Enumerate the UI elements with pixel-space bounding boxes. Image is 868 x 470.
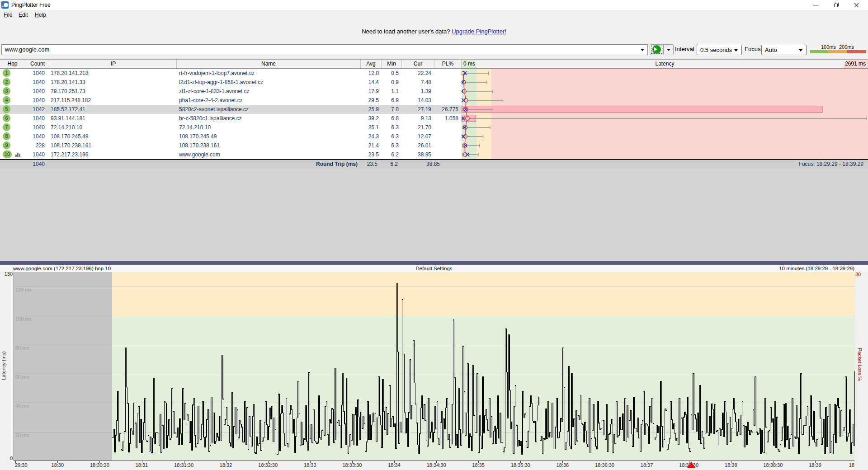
gridline-label: 60 ms [15,374,29,380]
focused-hop-chart-icon [15,152,21,157]
latency-minigraph [462,69,868,159]
time-label: 18:32:30 [258,462,278,468]
average-marker-icon [463,144,467,147]
trace-control-split-button [650,44,674,55]
gridline [14,316,855,316]
column-header-name[interactable]: Name [177,60,361,68]
time-label: 18:35:30 [511,462,530,468]
timeline-settings-label: Default Settings [344,265,524,272]
gridline-label: 20 ms [15,432,29,438]
time-label: 18:33 [304,462,316,468]
gridline [14,432,855,432]
restore-icon-front [834,4,838,7]
y-axis-max-label: 130 [0,271,13,277]
upgrade-banner: Need to load another user's data? Upgrad… [0,28,868,36]
gridline [14,287,855,287]
time-label: 18 [849,462,854,468]
play-triangle-icon [654,47,657,52]
focus-combobox[interactable]: Auto [761,45,807,55]
time-label: 18:31:30 [174,462,193,468]
time-axis: 29:3018:3018:30:3018:3118:31:3018:3218:3… [0,461,868,470]
hop-number-badge: 6 [3,114,10,122]
pane-splitter[interactable] [0,261,868,265]
gridline [14,345,855,345]
time-label: 18:30 [52,462,64,468]
empty-panel [0,169,868,261]
summary-count: 1040 [25,160,45,169]
latency-timeline-series [14,272,855,461]
round-trip-label: Round Trip (ms) [289,160,358,169]
trace-options-dropdown[interactable] [664,45,674,55]
focus-marker-icon[interactable] [687,461,695,468]
minimize-icon [813,5,818,5]
time-label: 18:34:30 [427,462,446,468]
target-address-value: www.google.com [5,46,49,53]
gridline-label: 100 ms [15,316,32,322]
average-marker-icon [466,117,469,120]
legend-200ms-label: 200ms [839,44,854,50]
window-title: PingPlotter Free [11,0,51,10]
gridline [14,374,855,374]
hop-number-badge: 2 [3,78,10,86]
focus-range-label: Focus: 18:29:29 - 18:39:29 [728,160,863,169]
y-axis-min-label: 0 [0,456,13,461]
interval-dropdown-icon [734,49,738,52]
target-address-combobox[interactable]: www.google.com [1,44,648,55]
restore-button[interactable] [826,0,846,10]
interval-label: Interval [675,46,694,52]
time-label: 18:30:30 [90,462,109,468]
interval-combobox[interactable]: 0.5 seconds [697,45,742,55]
address-dropdown-icon[interactable] [641,49,644,51]
summary-min: 6.2 [381,160,398,169]
column-header-avg[interactable]: Avg [361,60,382,68]
time-label: 18:36:30 [595,462,614,468]
legend-amber-swatch [828,50,847,53]
legend-green-swatch [810,50,828,53]
column-header-min[interactable]: Min [382,60,402,68]
upgrade-link[interactable]: Upgrade PingPlotter! [452,28,506,35]
column-header-ip[interactable]: IP [50,60,177,68]
packet-loss-bar [462,106,823,113]
gridline-label: 80 ms [15,345,29,351]
latency-step-line [112,284,855,454]
time-label: 18:39 [809,462,821,468]
gridline-label: 40 ms [15,403,29,409]
menu-help[interactable]: Help [32,10,49,20]
time-label: 18:35 [472,462,485,468]
timeline-header: www.google.com (172.217.23.196) hop 10 D… [0,265,868,272]
column-header-hop[interactable]: Hop [0,60,25,68]
timeline-plot[interactable]: 120 ms100 ms80 ms60 ms40 ms20 ms [14,272,854,461]
hop-number-badge: 3 [3,87,10,95]
title-bar: PingPlotter Free [0,0,868,10]
hop-number-badge: 8 [3,132,10,140]
summary-avg: 23.5 [359,160,377,169]
menu-bar: File Edit Help [0,10,868,20]
latency-column-title: Latency [462,60,868,68]
column-header-cur[interactable]: Cur [402,60,434,68]
average-latency-polyline [463,73,467,155]
column-header-pl[interactable]: PL% [434,60,462,68]
hop-number-badge: 1 [3,69,10,77]
start-trace-button[interactable] [650,45,664,55]
time-label: 18:31 [136,462,148,468]
chevron-down-icon [667,49,670,51]
menu-file[interactable]: File [1,10,15,20]
focus-label: Focus [745,46,760,52]
time-label: 18:37 [641,462,653,468]
hop-number-badge: 10 [3,150,12,158]
app-logo-icon [1,1,9,9]
summary-cur: 38.85 [410,160,440,169]
hop-number-badge: 7 [3,123,10,131]
menu-edit[interactable]: Edit [16,10,31,20]
column-header-count[interactable]: Count [25,60,50,68]
hop-number-badge: 4 [3,96,10,104]
interval-value: 0.5 seconds [700,47,732,53]
timeline-window-label: 10 minutes (18:29:29 - 18:39:29) [779,265,854,272]
hop-number-badge: 5 [3,105,10,113]
timeline-target-label: www.google.com (172.217.23.196) hop 10 [13,265,111,272]
time-label: 18:38 [725,462,737,468]
hop-number-badge: 9 [3,141,10,149]
time-label: 18:33:30 [342,462,362,468]
minimize-button[interactable] [806,0,826,10]
close-button[interactable] [846,0,867,10]
